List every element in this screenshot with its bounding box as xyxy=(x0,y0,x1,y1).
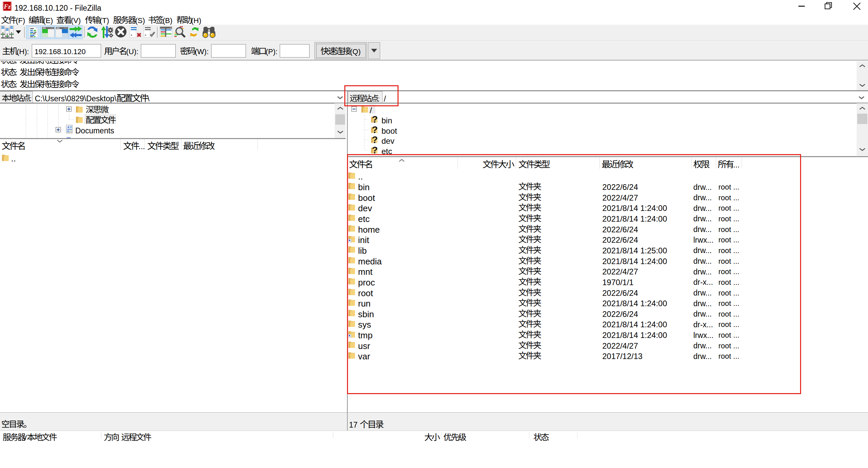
svg-text:Fz: Fz xyxy=(3,3,11,10)
svg-text:?: ? xyxy=(372,125,378,134)
svg-text:?: ? xyxy=(372,146,378,155)
svg-text:?: ? xyxy=(372,135,378,144)
svg-text:?: ? xyxy=(372,115,378,124)
svg-text:A: A xyxy=(67,125,69,129)
